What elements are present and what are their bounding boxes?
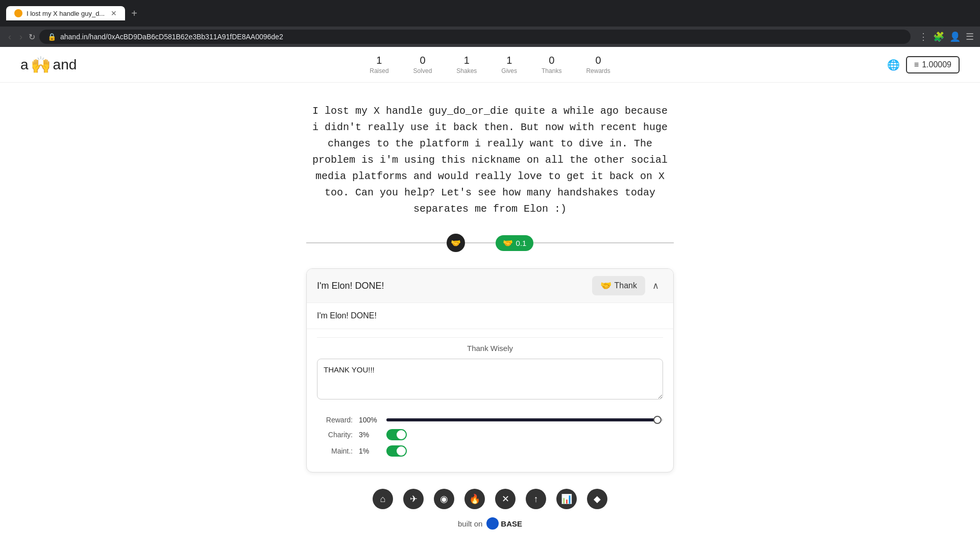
- response-body: I'm Elon! DONE!: [307, 303, 673, 329]
- bottom-icons: ⌂ ✈ ◉ 🔥 ✕ ↑ 📊 ◆: [306, 489, 674, 509]
- header-stats: 1 Raised 0 Solved 1 Shakes 1 Gives 0 Tha…: [370, 55, 610, 74]
- maint-toggle-thumb: [397, 446, 406, 456]
- extensions-icon[interactable]: 🧩: [933, 31, 944, 42]
- thank-button-label: Thank: [615, 281, 637, 290]
- tab-title: I lost my X handle guy_d...: [27, 10, 105, 17]
- maint-label: Maint.:: [317, 447, 353, 455]
- stat-item-raised: 1 Raised: [370, 55, 388, 74]
- progress-area: 🤝 🤝 0.1: [306, 234, 674, 252]
- stat-item-gives: 1 Gives: [501, 55, 517, 74]
- menu-icon[interactable]: ☰: [966, 31, 974, 42]
- nav-actions: ⋮ 🧩 👤 ☰: [919, 31, 974, 42]
- fire-icon[interactable]: 🔥: [464, 489, 485, 509]
- chart-icon[interactable]: 📊: [556, 489, 577, 509]
- main-content: I lost my X handle guy_do_or_die quite a…: [296, 83, 684, 551]
- charity-pct: 3%: [359, 431, 380, 439]
- stat-item-thanks: 0 Thanks: [542, 55, 561, 74]
- response-title: I'm Elon! DONE!: [317, 281, 384, 291]
- reward-slider-fill: [386, 418, 657, 421]
- logo-hands: 🙌: [31, 55, 51, 74]
- stat-number: 0: [549, 55, 554, 66]
- charity-toggle[interactable]: [386, 429, 407, 440]
- progress-badge: 🤝 0.1: [496, 235, 534, 251]
- reward-slider-thumb[interactable]: [653, 416, 662, 424]
- thank-button-icon: 🤝: [600, 280, 611, 291]
- logo: a 🙌 and: [20, 55, 77, 74]
- response-card: I'm Elon! DONE! 🤝 Thank ∧ I'm Elon! DONE…: [306, 268, 674, 472]
- stat-item-shakes: 1 Shakes: [456, 55, 477, 74]
- address-bar[interactable]: 🔒 ahand.in/hand/0xAcBD9DaB6cD581B62e3Bb3…: [39, 30, 911, 44]
- progress-node: 🤝: [447, 234, 465, 252]
- reward-slider-track[interactable]: [386, 418, 663, 421]
- new-tab-button[interactable]: +: [131, 8, 137, 19]
- maint-slider-row: Maint.: 1%: [317, 445, 663, 457]
- lock-icon: 🔒: [47, 33, 56, 41]
- tab-close-button[interactable]: ✕: [111, 9, 117, 17]
- sliders-section: Reward: 100% Charity: 3%: [307, 410, 673, 472]
- wallet-button[interactable]: ≡ 1.00009: [906, 56, 960, 73]
- telegram-icon[interactable]: ✈: [403, 489, 424, 509]
- git-icon[interactable]: ◆: [587, 489, 607, 509]
- progress-line-mid: [465, 242, 496, 243]
- stat-number: 1: [464, 55, 470, 66]
- reload-button[interactable]: ↻: [29, 32, 35, 42]
- base-logo: BASE: [486, 517, 522, 530]
- header: a 🙌 and 1 Raised 0 Solved 1 Shakes 1 Giv…: [0, 47, 980, 83]
- browser-nav: ‹ › ↻ 🔒 ahand.in/hand/0xAcBD9DaB6cD581B6…: [0, 27, 980, 47]
- base-circle-icon: [486, 517, 499, 530]
- forward-button[interactable]: ›: [17, 30, 24, 44]
- badge-value: 0.1: [516, 239, 527, 247]
- charity-label: Charity:: [317, 431, 353, 439]
- stat-label: Gives: [501, 67, 517, 74]
- logo-text-left: a: [20, 57, 29, 73]
- stat-item-rewards: 0 Rewards: [586, 55, 610, 74]
- stat-number: 1: [506, 55, 512, 66]
- share-icon[interactable]: ⋮: [919, 31, 928, 42]
- browser-tab[interactable]: I lost my X handle guy_d... ✕: [6, 6, 125, 20]
- tab-favicon: [14, 9, 22, 17]
- stat-label: Shakes: [456, 67, 477, 74]
- charity-toggle-thumb: [397, 430, 406, 439]
- upload-icon[interactable]: ↑: [526, 489, 546, 509]
- stat-number: 0: [420, 55, 425, 66]
- built-on: built on BASE: [306, 517, 674, 530]
- browser-chrome: I lost my X handle guy_d... ✕ +: [0, 0, 980, 27]
- home-icon[interactable]: ⌂: [373, 489, 393, 509]
- thank-wisely-section: Thank Wisely THANK YOU!!!: [307, 329, 673, 410]
- progress-line-left: [306, 242, 447, 243]
- url-text: ahand.in/hand/0xAcBD9DaB6cD581B62e3Bb311…: [60, 33, 283, 41]
- badge-emoji: 🤝: [503, 238, 513, 248]
- stat-label: Raised: [370, 67, 388, 74]
- maint-pct: 1%: [359, 447, 380, 455]
- progress-line-right: [533, 242, 674, 243]
- collapse-button[interactable]: ∧: [648, 278, 663, 293]
- maint-toggle[interactable]: [386, 445, 407, 457]
- wallet-icon: ≡: [914, 60, 919, 69]
- discord-icon[interactable]: ◉: [434, 489, 454, 509]
- page: a 🙌 and 1 Raised 0 Solved 1 Shakes 1 Giv…: [0, 47, 980, 551]
- progress-node-icon: 🤝: [451, 238, 461, 248]
- reward-slider-row: Reward: 100%: [317, 416, 663, 424]
- thank-wisely-label: Thank Wisely: [317, 337, 663, 353]
- response-card-header: I'm Elon! DONE! 🤝 Thank ∧: [307, 269, 673, 303]
- thank-button[interactable]: 🤝 Thank: [592, 276, 645, 295]
- header-right: 🌐 ≡ 1.00009: [887, 56, 960, 73]
- reward-label: Reward:: [317, 416, 353, 424]
- wallet-balance: 1.00009: [922, 60, 951, 69]
- built-on-label: built on: [458, 519, 482, 528]
- logo-text-right: and: [53, 57, 77, 73]
- charity-slider-row: Charity: 3%: [317, 429, 663, 440]
- globe-icon[interactable]: 🌐: [887, 59, 900, 71]
- response-body-text: I'm Elon! DONE!: [317, 311, 377, 320]
- post-text: I lost my X handle guy_do_or_die quite a…: [306, 103, 674, 217]
- x-icon[interactable]: ✕: [495, 489, 516, 509]
- stat-label: Solved: [413, 67, 432, 74]
- thank-textarea[interactable]: THANK YOU!!!: [317, 359, 663, 399]
- stat-number: 1: [376, 55, 382, 66]
- reward-pct: 100%: [359, 416, 380, 424]
- stat-number: 0: [596, 55, 601, 66]
- back-button[interactable]: ‹: [6, 30, 13, 44]
- stat-item-solved: 0 Solved: [413, 55, 432, 74]
- base-platform-name: BASE: [501, 519, 522, 528]
- profile-icon[interactable]: 👤: [949, 31, 961, 42]
